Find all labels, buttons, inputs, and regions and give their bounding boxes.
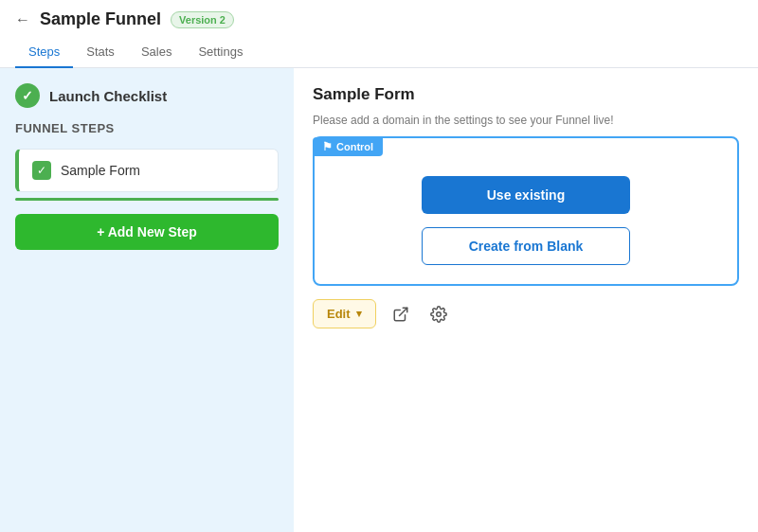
svg-point-1 xyxy=(436,311,441,316)
main-content: Launch Checklist Funnel Steps Sample For… xyxy=(0,68,758,532)
control-badge-label: Control xyxy=(336,141,373,152)
check-circle-icon xyxy=(15,83,40,108)
version-badge: Version 2 xyxy=(171,11,234,28)
chevron-down-icon: ▾ xyxy=(356,308,362,320)
top-bar: ← Sample Funnel Version 2 Steps Stats Sa… xyxy=(0,0,758,68)
external-link-button[interactable] xyxy=(388,301,414,328)
tab-sales[interactable]: Sales xyxy=(128,37,186,68)
external-link-icon xyxy=(392,306,409,323)
launch-checklist-label: Launch Checklist xyxy=(49,88,167,104)
tab-steps[interactable]: Steps xyxy=(15,37,73,68)
edit-label: Edit xyxy=(327,307,351,321)
flag-icon: ⚑ xyxy=(322,140,333,153)
domain-notice: Please add a domain in the settings to s… xyxy=(313,114,739,127)
sidebar: Launch Checklist Funnel Steps Sample For… xyxy=(0,68,294,532)
funnel-name: Sample Funnel xyxy=(40,9,161,29)
svg-line-0 xyxy=(399,308,406,315)
right-panel: Sample Form Please add a domain in the s… xyxy=(294,68,758,532)
step-item[interactable]: Sample Form xyxy=(15,149,279,192)
add-step-button[interactable]: + Add New Step xyxy=(15,214,279,250)
title-row: ← Sample Funnel Version 2 xyxy=(15,9,743,29)
control-card: ⚑ Control Use existing Create from Blank xyxy=(313,136,739,286)
back-button[interactable]: ← xyxy=(15,11,30,28)
form-title: Sample Form xyxy=(313,85,739,104)
use-existing-button[interactable]: Use existing xyxy=(422,176,630,214)
tab-stats[interactable]: Stats xyxy=(73,37,128,68)
step-underline xyxy=(15,198,279,201)
nav-tabs: Steps Stats Sales Settings xyxy=(15,37,743,67)
tab-settings[interactable]: Settings xyxy=(185,37,256,68)
settings-button[interactable] xyxy=(425,301,452,328)
edit-button[interactable]: Edit ▾ xyxy=(313,299,376,328)
step-checkbox-icon xyxy=(32,161,51,180)
gear-icon xyxy=(430,306,447,323)
control-badge: ⚑ Control xyxy=(313,137,383,156)
funnel-steps-label: Funnel Steps xyxy=(15,121,279,135)
step-name: Sample Form xyxy=(61,163,140,178)
launch-checklist: Launch Checklist xyxy=(15,83,279,108)
create-from-blank-button[interactable]: Create from Blank xyxy=(422,227,630,265)
bottom-actions: Edit ▾ xyxy=(313,299,739,328)
